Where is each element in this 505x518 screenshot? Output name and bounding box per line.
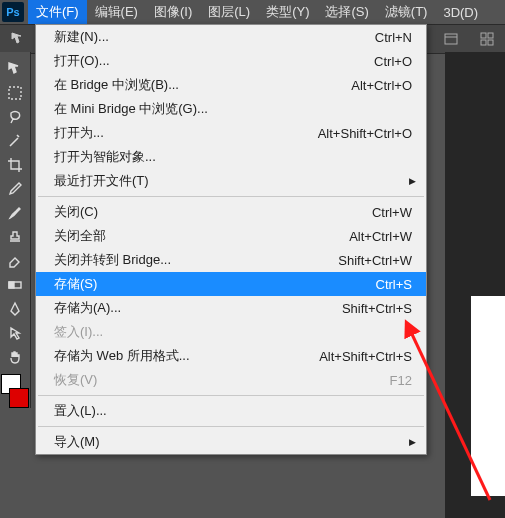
menu-item[interactable]: 在 Bridge 中浏览(B)...Alt+Ctrl+O <box>36 73 426 97</box>
menu-shortcut: Shift+Ctrl+W <box>338 253 412 268</box>
menu-item[interactable]: 关闭并转到 Bridge...Shift+Ctrl+W <box>36 248 426 272</box>
menu-shortcut: Alt+Ctrl+O <box>351 78 412 93</box>
menu-separator <box>38 426 424 427</box>
path-select-icon[interactable] <box>3 322 27 344</box>
hand-tool-icon[interactable] <box>3 346 27 368</box>
menu-item-label: 新建(N)... <box>54 28 109 46</box>
menu-item[interactable]: 关闭全部Alt+Ctrl+W <box>36 224 426 248</box>
menu-item[interactable]: 最近打开文件(T)▶ <box>36 169 426 193</box>
toolbox <box>0 52 31 408</box>
menu-item[interactable]: 导入(M)▶ <box>36 430 426 454</box>
menu-shortcut: Alt+Ctrl+W <box>349 229 412 244</box>
menu-item-label: 置入(L)... <box>54 402 107 420</box>
menu-滤镜[interactable]: 滤镜(T) <box>377 0 436 24</box>
menu-图层[interactable]: 图层(L) <box>200 0 258 24</box>
menu-shortcut: Alt+Shift+Ctrl+O <box>318 126 412 141</box>
menu-item-label: 恢复(V) <box>54 371 97 389</box>
wand-tool-icon[interactable] <box>3 130 27 152</box>
menu-item-label: 导入(M) <box>54 433 100 451</box>
menu-item[interactable]: 打开(O)...Ctrl+O <box>36 49 426 73</box>
svg-rect-6 <box>9 87 21 99</box>
pen-tool-icon[interactable] <box>3 298 27 320</box>
menu-item-label: 签入(I)... <box>54 323 103 341</box>
menu-item: 签入(I)... <box>36 320 426 344</box>
menu-shortcut: Ctrl+O <box>374 54 412 69</box>
menu-shortcut: Ctrl+N <box>375 30 412 45</box>
menu-item[interactable]: 关闭(C)Ctrl+W <box>36 200 426 224</box>
menu-item[interactable]: 新建(N)...Ctrl+N <box>36 25 426 49</box>
eyedropper-tool-icon[interactable] <box>3 178 27 200</box>
menu-item-label: 存储(S) <box>54 275 97 293</box>
menu-item-label: 关闭并转到 Bridge... <box>54 251 171 269</box>
file-menu-dropdown: 新建(N)...Ctrl+N打开(O)...Ctrl+O在 Bridge 中浏览… <box>35 24 427 455</box>
gradient-tool-icon[interactable] <box>3 274 27 296</box>
stamp-tool-icon[interactable] <box>3 226 27 248</box>
menu-item[interactable]: 打开为智能对象... <box>36 145 426 169</box>
marquee-tool-icon[interactable] <box>3 82 27 104</box>
menu-item-label: 最近打开文件(T) <box>54 172 149 190</box>
menu-编辑[interactable]: 编辑(E) <box>87 0 146 24</box>
menu-item[interactable]: 存储为(A)...Shift+Ctrl+S <box>36 296 426 320</box>
svg-rect-4 <box>481 40 486 45</box>
menu-item-label: 关闭(C) <box>54 203 98 221</box>
menu-item[interactable]: 打开为...Alt+Shift+Ctrl+O <box>36 121 426 145</box>
brush-tool-icon[interactable] <box>3 202 27 224</box>
menu-item-label: 打开(O)... <box>54 52 110 70</box>
svg-rect-2 <box>481 33 486 38</box>
menu-图像[interactable]: 图像(I) <box>146 0 200 24</box>
panel-grid-icon[interactable] <box>475 28 499 50</box>
background-swatch[interactable] <box>9 388 29 408</box>
lasso-tool-icon[interactable] <box>3 106 27 128</box>
menu-选择[interactable]: 选择(S) <box>317 0 376 24</box>
color-swatches[interactable] <box>1 374 29 408</box>
menu-item-label: 打开为智能对象... <box>54 148 156 166</box>
submenu-arrow-icon: ▶ <box>409 176 416 186</box>
panel-icon[interactable] <box>439 28 463 50</box>
menu-item-label: 在 Mini Bridge 中浏览(G)... <box>54 100 208 118</box>
menu-item-label: 存储为(A)... <box>54 299 121 317</box>
menu-separator <box>38 395 424 396</box>
menu-separator <box>38 196 424 197</box>
menu-item-label: 存储为 Web 所用格式... <box>54 347 190 365</box>
move-tool-icon[interactable] <box>3 58 27 80</box>
menu-item-label: 打开为... <box>54 124 104 142</box>
menu-类型[interactable]: 类型(Y) <box>258 0 317 24</box>
menu-item-label: 在 Bridge 中浏览(B)... <box>54 76 179 94</box>
menu-文件[interactable]: 文件(F) <box>28 0 87 24</box>
menu-item[interactable]: 存储为 Web 所用格式...Alt+Shift+Ctrl+S <box>36 344 426 368</box>
svg-rect-8 <box>9 282 14 288</box>
menu-3D[interactable]: 3D(D) <box>435 2 486 23</box>
move-tool-icon[interactable] <box>6 28 30 50</box>
svg-line-9 <box>410 330 490 500</box>
crop-tool-icon[interactable] <box>3 154 27 176</box>
menu-item[interactable]: 在 Mini Bridge 中浏览(G)... <box>36 97 426 121</box>
menubar: 文件(F)编辑(E)图像(I)图层(L)类型(Y)选择(S)滤镜(T)3D(D) <box>0 0 505 24</box>
menu-shortcut: Ctrl+W <box>372 205 412 220</box>
eraser-tool-icon[interactable] <box>3 250 27 272</box>
menu-item[interactable]: 存储(S)Ctrl+S <box>36 272 426 296</box>
app-logo: Ps <box>2 2 24 22</box>
annotation-arrow <box>390 310 500 510</box>
svg-rect-0 <box>445 34 457 44</box>
menu-item: 恢复(V)F12 <box>36 368 426 392</box>
menu-shortcut: Ctrl+S <box>376 277 412 292</box>
svg-rect-5 <box>488 40 493 45</box>
menu-item-label: 关闭全部 <box>54 227 106 245</box>
menu-item[interactable]: 置入(L)... <box>36 399 426 423</box>
svg-rect-3 <box>488 33 493 38</box>
